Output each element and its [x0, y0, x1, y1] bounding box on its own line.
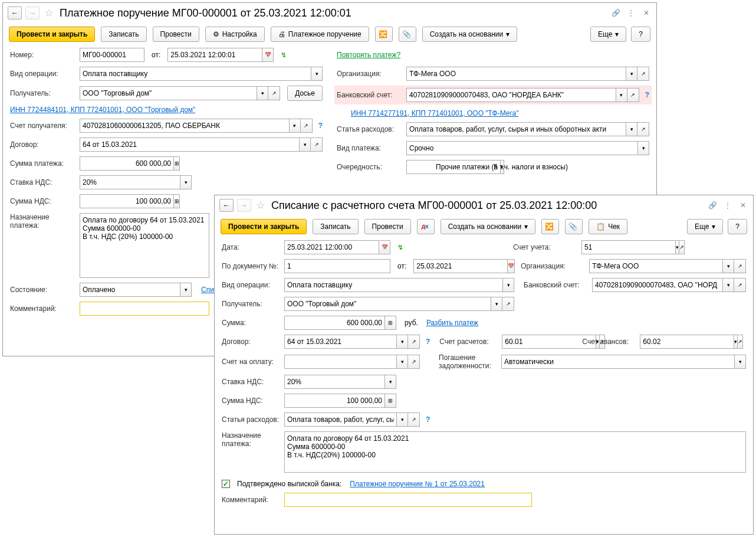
help-icon[interactable]: ?	[318, 122, 323, 130]
vat-sum-input[interactable]	[80, 194, 173, 208]
payment-type-select[interactable]	[406, 141, 637, 155]
post-button[interactable]: Провести	[364, 219, 411, 234]
org-select[interactable]	[589, 259, 722, 273]
help-icon[interactable]: ?	[645, 91, 649, 99]
more-button[interactable]: Еще ▾	[687, 219, 723, 234]
clip-icon: 📎	[402, 30, 411, 38]
date-input[interactable]	[167, 48, 262, 62]
sum-input[interactable]	[80, 156, 173, 171]
create-based-on-button[interactable]: Создать на основании ▾	[422, 27, 518, 42]
debt-repayment-select[interactable]	[501, 355, 734, 369]
sum-input[interactable]	[284, 316, 384, 330]
toolbar: Провести и закрыть Записать Провести ⚙На…	[3, 23, 656, 45]
nav-forward-button[interactable]: →	[25, 6, 40, 19]
calendar-icon[interactable]: 📅	[379, 240, 390, 254]
save-button[interactable]: Записать	[313, 219, 358, 234]
attach-button[interactable]: 📎	[565, 219, 583, 234]
vat-rate-select[interactable]	[80, 175, 180, 189]
contract-select[interactable]	[284, 335, 396, 349]
optype-select[interactable]	[284, 278, 502, 292]
save-button[interactable]: Записать	[101, 27, 146, 42]
split-payment-link[interactable]: Разбить платеж	[426, 319, 478, 327]
number-label: Номер:	[10, 51, 76, 59]
close-icon[interactable]: ✕	[738, 200, 748, 211]
optype-select[interactable]	[80, 67, 311, 81]
nav-back-button[interactable]: ←	[219, 199, 234, 212]
confirmed-link[interactable]: Платежное поручение № 1 от 25.03.2021	[350, 480, 485, 488]
check-button[interactable]: 📋Чек	[589, 219, 627, 234]
chevron-down-icon[interactable]: ▾	[311, 67, 323, 81]
recipient-inn-link[interactable]: ИНН 7724484101, КПП 772401001, ООО "Торг…	[10, 106, 195, 114]
invoice-select[interactable]	[284, 355, 396, 369]
help-button[interactable]: ?	[728, 219, 747, 234]
help-button[interactable]: ?	[631, 27, 650, 42]
print-icon: 🖨	[278, 30, 285, 38]
vat-rate-select[interactable]	[284, 375, 384, 389]
date-input[interactable]	[284, 240, 379, 254]
bank-account-select[interactable]	[592, 278, 722, 292]
org-inn-link[interactable]: ИНН 7714277191, КПП 771401001, ООО "ТФ-М…	[351, 109, 519, 117]
star-icon[interactable]: ☆	[256, 199, 265, 212]
comment-input[interactable]	[284, 493, 532, 507]
calculator-icon[interactable]: ⊞	[384, 316, 396, 330]
calendar-icon[interactable]: 📅	[507, 259, 515, 273]
kebab-icon[interactable]: ⋮	[722, 200, 733, 211]
docnum-input[interactable]	[284, 259, 390, 273]
recipient-select[interactable]	[284, 297, 491, 311]
star-icon[interactable]: ☆	[44, 6, 54, 19]
chevron-down-icon: ▾	[524, 222, 528, 231]
chevron-down-icon: ▾	[615, 30, 619, 38]
post-and-close-button[interactable]: Провести и закрыть	[9, 27, 95, 42]
vat-sum-input[interactable]	[284, 394, 384, 408]
attach-button[interactable]: 📎	[399, 27, 416, 42]
create-based-on-button[interactable]: Создать на основании ▾	[441, 219, 536, 234]
purpose-textarea[interactable]: Оплата по договору 64 от 15.03.2021 Сумм…	[284, 431, 746, 473]
post-button[interactable]: Провести	[153, 27, 199, 42]
chevron-down-icon: ▾	[506, 30, 510, 38]
calendar-icon[interactable]: 📅	[262, 48, 274, 62]
expense-item-select[interactable]	[406, 122, 626, 136]
comment-input[interactable]	[80, 302, 209, 316]
recipient-account-select[interactable]	[80, 119, 289, 133]
print-button[interactable]: 🖨Платежное поручение	[271, 27, 369, 42]
receipt-icon: 📋	[596, 222, 605, 231]
settings-button[interactable]: ⚙Настройка	[205, 27, 265, 42]
dtkt-button[interactable]: ДК	[417, 219, 435, 234]
chevron-down-icon[interactable]: ▾	[257, 86, 268, 100]
recipient-select[interactable]	[80, 86, 257, 100]
bank-writeoff-window: ← → ☆ Списание с расчетного счета МГ00-0…	[214, 195, 754, 535]
structure-icon: 🔀	[379, 30, 387, 38]
post-and-close-button[interactable]: Провести и закрыть	[221, 219, 307, 234]
structure-button[interactable]: 🔀	[541, 219, 559, 234]
state-select[interactable]	[80, 283, 180, 297]
help-icon[interactable]: ?	[426, 338, 430, 346]
account-select[interactable]	[581, 240, 675, 254]
number-input[interactable]	[80, 48, 144, 62]
bank-account-select[interactable]	[406, 88, 616, 102]
expense-item-select[interactable]	[284, 412, 396, 427]
status-ok-icon: ↯	[281, 51, 287, 59]
contract-select[interactable]	[80, 137, 299, 152]
open-icon[interactable]: ↗	[268, 86, 280, 100]
nav-forward-button[interactable]: →	[237, 199, 251, 212]
purpose-textarea[interactable]: Оплата по договору 64 от 15.03.2021 Сумм…	[80, 213, 209, 278]
link-icon[interactable]: 🔗	[707, 200, 718, 211]
help-icon[interactable]: ?	[426, 415, 430, 424]
kebab-icon[interactable]: ⋮	[626, 8, 636, 18]
link-icon[interactable]: 🔗	[610, 8, 621, 18]
nav-back-button[interactable]: ←	[8, 6, 22, 19]
repeat-payment-link[interactable]: Повторять платеж?	[337, 51, 400, 59]
structure-button[interactable]: 🔀	[375, 27, 393, 42]
window-title: Списание с расчетного счета МГ00-000001 …	[271, 199, 597, 212]
more-button[interactable]: Еще ▾	[590, 27, 626, 42]
docdate-input[interactable]	[413, 259, 507, 273]
confirmed-checkbox[interactable]: ✓	[222, 480, 230, 488]
gear-icon: ⚙	[213, 30, 219, 38]
close-icon[interactable]: ✕	[641, 8, 652, 18]
calculator-icon[interactable]: ⊞	[173, 156, 180, 171]
dossier-button[interactable]: Досье	[287, 86, 323, 101]
advance-account-select[interactable]	[640, 335, 734, 349]
org-select[interactable]	[406, 67, 626, 81]
window-title: Платежное поручение МГ00-000001 от 25.03…	[60, 7, 351, 19]
status-ok-icon: ↯	[397, 243, 403, 251]
